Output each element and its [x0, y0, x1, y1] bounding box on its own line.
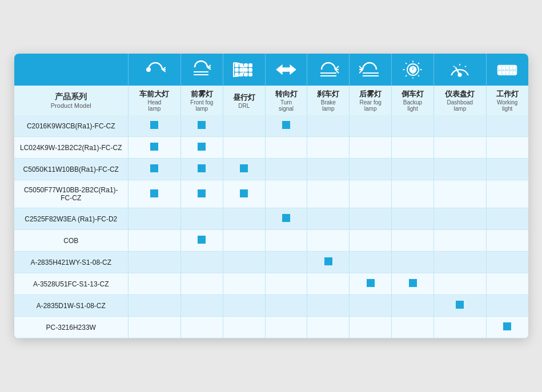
data-cell — [307, 295, 350, 317]
table-row: COB — [14, 230, 528, 252]
feature-dot — [198, 236, 206, 244]
data-cell — [486, 137, 528, 159]
data-cell — [392, 159, 434, 180]
header-product-col — [14, 54, 129, 86]
header-rearfog — [350, 54, 392, 86]
svg-line-51 — [453, 66, 455, 67]
data-cell — [129, 295, 181, 317]
svg-point-47 — [459, 73, 461, 76]
header-dashboard — [433, 54, 486, 86]
feature-dot — [409, 279, 417, 287]
data-cell — [265, 208, 307, 230]
data-cell — [350, 273, 392, 295]
data-cell — [129, 137, 181, 159]
subheader-drl: 昼行灯 DRL — [223, 86, 265, 115]
rearfog-icon — [359, 59, 382, 80]
feature-dot — [240, 164, 248, 172]
svg-rect-13 — [249, 64, 252, 67]
product-name-cell: A-3528U51FC-S1-13-CZ — [14, 273, 129, 295]
header-headlamp — [129, 54, 181, 86]
data-cell — [392, 230, 434, 252]
brake-icon — [317, 59, 340, 80]
data-cell — [223, 295, 265, 317]
svg-rect-37 — [412, 72, 413, 74]
svg-marker-23 — [286, 66, 295, 74]
data-cell — [129, 159, 181, 180]
feature-dot — [198, 189, 206, 197]
svg-line-39 — [418, 63, 419, 64]
data-cell — [350, 180, 392, 208]
data-cell — [486, 230, 528, 252]
data-cell — [433, 230, 486, 252]
feature-dot — [198, 164, 206, 172]
data-cell — [307, 252, 350, 273]
feature-dot — [150, 164, 158, 172]
data-cell — [392, 317, 434, 338]
subheader-brake: 刹车灯 Brakelamp — [307, 86, 350, 115]
feature-dot — [150, 121, 158, 129]
svg-rect-12 — [244, 64, 247, 67]
data-cell — [307, 208, 350, 230]
data-cell — [307, 230, 350, 252]
data-cell — [433, 317, 486, 338]
data-cell — [392, 295, 434, 317]
svg-rect-20 — [244, 73, 247, 76]
product-name-cell: PC-3216H233W — [14, 317, 129, 338]
feature-dot — [324, 257, 332, 265]
product-name-cell: C5050F77W10BB-2B2C(Ra1)-FC-CZ — [14, 180, 129, 208]
product-name-cell: COB — [14, 230, 129, 252]
data-cell — [350, 295, 392, 317]
data-cell — [307, 115, 350, 137]
data-cell — [180, 159, 223, 180]
data-cell — [350, 137, 392, 159]
svg-rect-18 — [235, 73, 238, 76]
svg-rect-67 — [510, 71, 512, 74]
svg-rect-15 — [240, 68, 243, 71]
feature-dot — [367, 279, 375, 287]
data-cell — [350, 208, 392, 230]
svg-rect-65 — [503, 71, 505, 74]
svg-point-4 — [147, 68, 150, 71]
data-cell — [129, 252, 181, 273]
backup-icon — [402, 59, 424, 80]
data-cell — [433, 295, 486, 317]
data-cell — [223, 115, 265, 137]
data-cell — [265, 295, 307, 317]
data-cell — [180, 252, 223, 273]
data-cell — [486, 180, 528, 208]
data-cell — [265, 159, 307, 180]
data-cell — [433, 115, 486, 137]
feature-dot — [282, 121, 290, 129]
svg-rect-16 — [244, 68, 247, 71]
data-cell — [129, 115, 181, 137]
table-row: PC-3216H233W — [14, 317, 528, 338]
subheader-backup: 倒车灯 Backuplight — [392, 86, 434, 115]
svg-rect-17 — [249, 68, 252, 71]
product-label-zh: 产品系列 — [17, 92, 126, 102]
data-cell — [180, 295, 223, 317]
data-cell — [180, 317, 223, 338]
svg-rect-14 — [235, 68, 238, 71]
svg-rect-63 — [513, 67, 516, 70]
subheader-dashboard: 仪表盘灯 Dashboadlamp — [433, 86, 486, 115]
data-cell — [433, 273, 486, 295]
data-cell — [350, 115, 392, 137]
data-cell — [265, 230, 307, 252]
data-cell — [265, 115, 307, 137]
data-cell — [180, 137, 223, 159]
data-cell — [486, 159, 528, 180]
feature-dot — [198, 121, 206, 129]
svg-marker-22 — [277, 66, 286, 74]
data-cell — [307, 137, 350, 159]
data-cell — [223, 137, 265, 159]
product-name-cell: C2525F82W3EA (Ra1)-FC-D2 — [14, 208, 129, 230]
svg-rect-62 — [510, 67, 512, 70]
table-row: LC024K9W-12B2C2(Ra1)-FC-CZ — [14, 137, 528, 159]
subheader-turn: 转向灯 Turnsignal — [265, 86, 307, 115]
subheader-headlamp: 车前大灯 Headlamp — [129, 86, 181, 115]
svg-rect-66 — [506, 71, 508, 74]
svg-rect-10 — [235, 64, 238, 67]
feature-dot — [282, 214, 290, 222]
header-turn — [265, 54, 307, 86]
headlamp-icon — [143, 59, 166, 80]
